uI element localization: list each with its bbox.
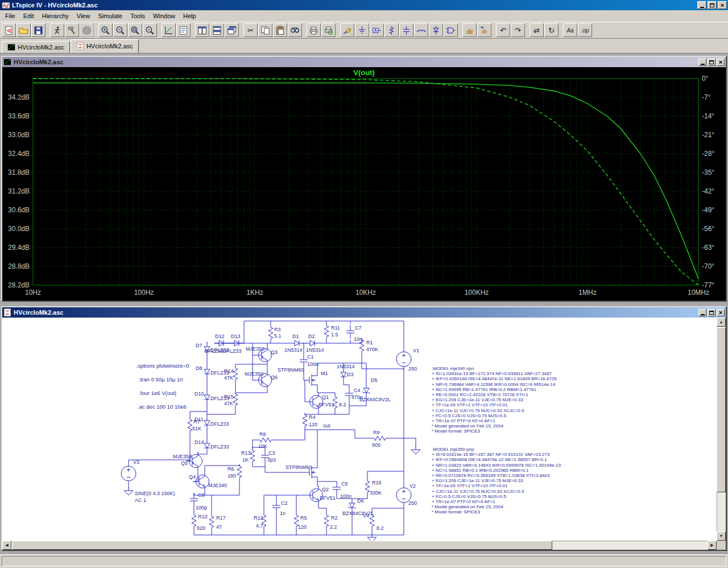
place-inductor-button[interactable]	[414, 23, 428, 37]
find-button[interactable]	[288, 23, 302, 37]
component-label[interactable]: D3	[347, 372, 354, 377]
place-capacitor-button[interactable]	[399, 23, 413, 37]
component-label[interactable]: 2.2	[330, 524, 337, 530]
component-label[interactable]: 180	[228, 473, 236, 479]
spice-directive-text[interactable]: ;tran 0 50µ 10µ 1n	[139, 376, 183, 382]
component-label[interactable]: 1N5314	[284, 347, 303, 353]
undo-button[interactable]: ↶	[496, 23, 510, 37]
zen-symbol[interactable]	[362, 384, 370, 397]
res-symbol[interactable]	[192, 513, 196, 529]
component-label[interactable]: R9	[373, 430, 380, 435]
component-label[interactable]: 4.7	[256, 523, 263, 529]
component-label[interactable]: STP8NM60	[278, 367, 304, 373]
menu-simulate[interactable]: Simulate	[94, 11, 126, 21]
move-button[interactable]	[462, 23, 477, 37]
control-panel-button[interactable]	[65, 23, 79, 37]
gnd-symbol[interactable]	[124, 487, 133, 495]
component-label[interactable]: R14	[224, 368, 234, 374]
component-label[interactable]: Q4	[189, 474, 196, 480]
model-text-line[interactable]: + FC=0.5 CJS=0 VJS=0.75 MJS=0.5	[432, 494, 507, 499]
res-symbol[interactable]	[371, 436, 387, 441]
component-label[interactable]: out	[323, 423, 330, 429]
res-symbol[interactable]	[324, 513, 329, 529]
component-label[interactable]: R10	[198, 514, 208, 520]
component-label[interactable]: R13	[241, 450, 251, 456]
waveform-minimize-button[interactable]	[698, 59, 706, 66]
nmos-symbol[interactable]	[305, 371, 317, 389]
component-label[interactable]: V3	[133, 459, 139, 465]
component-label[interactable]: DFLZ33	[210, 347, 229, 353]
component-label[interactable]: D5	[371, 377, 378, 383]
res-symbol[interactable]	[188, 418, 192, 434]
component-label[interactable]: C7	[355, 325, 362, 331]
model-text-line[interactable]: + TF=1e-09 XTF=1 VTF=10 ITF=0.01	[432, 483, 508, 488]
component-label[interactable]: MJE340	[208, 483, 227, 488]
component-label[interactable]: R4	[309, 414, 316, 420]
res-symbol[interactable]	[250, 448, 255, 464]
component-label[interactable]: D8	[196, 365, 202, 371]
model-text-line[interactable]: * Model generated on Feb 15, 2004	[432, 504, 503, 509]
component-label[interactable]: R3	[274, 327, 281, 332]
halt-button[interactable]	[80, 23, 94, 37]
component-label[interactable]: Q5	[181, 460, 188, 466]
minimize-button[interactable]	[697, 1, 706, 9]
model-text-line[interactable]: .MODEL mje350 pnp	[432, 447, 474, 452]
tab-2[interactable]: HVcircloMk2.asc	[71, 39, 139, 53]
component-label[interactable]: R1	[366, 340, 373, 345]
cap-symbol[interactable]	[272, 500, 280, 513]
model-text-line[interactable]: * Model format: SPICE3	[432, 509, 480, 515]
model-text-line[interactable]: + NC=1.99995 RB=1.47761 IRB=0.2 RBM=1.47…	[432, 387, 536, 392]
res-symbol[interactable]	[233, 367, 238, 382]
autorange-button[interactable]	[162, 23, 176, 37]
component-label[interactable]: V2	[410, 483, 416, 489]
component-label[interactable]: 1N5314	[306, 347, 324, 353]
component-label[interactable]: SINE(0 4.3 150K)	[135, 491, 175, 496]
menu-window[interactable]: Window	[149, 11, 179, 21]
scroll-right-button[interactable]: ▶	[708, 541, 717, 550]
component-label[interactable]: DFLZ33	[210, 421, 229, 427]
component-label[interactable]: MJE350	[245, 371, 263, 377]
component-label[interactable]: V4	[363, 513, 369, 518]
menu-file[interactable]: File	[1, 11, 19, 21]
component-label[interactable]: 820	[197, 525, 205, 531]
dio-symbol[interactable]	[204, 365, 210, 378]
draw-wire-button[interactable]	[340, 23, 354, 37]
place-text-button[interactable]: Aa	[563, 23, 577, 37]
dio-symbol[interactable]	[305, 340, 319, 346]
title-bar[interactable]: LTspice IV - HVcircloMk2.asc ×	[0, 0, 728, 10]
component-label[interactable]: BZX84C8V2L	[359, 397, 391, 402]
gnd-symbol[interactable]	[411, 446, 420, 454]
zoom-back-button[interactable]	[113, 23, 127, 37]
paste-button[interactable]	[273, 23, 287, 37]
component-label[interactable]: R6	[228, 466, 234, 472]
component-label[interactable]: R15	[224, 394, 234, 400]
tab-1[interactable]: HVcircloMk2.asc	[2, 41, 70, 53]
component-label[interactable]: 8.2	[339, 402, 346, 408]
component-label[interactable]: R17	[216, 515, 226, 521]
dio-symbol[interactable]	[204, 416, 210, 430]
component-label[interactable]: D1	[292, 334, 299, 339]
model-text-line[interactable]: + NR=0.796984 VAR=4.11596 IKR=0.0004 ISC…	[432, 382, 556, 387]
component-label[interactable]: Q2	[322, 487, 329, 492]
waveform-restore-button[interactable]	[708, 59, 715, 66]
npn-symbol[interactable]	[193, 472, 209, 491]
component-label[interactable]: D6	[357, 498, 364, 504]
restore-button[interactable]	[708, 1, 717, 9]
menu-tools[interactable]: Tools	[126, 11, 149, 21]
component-label[interactable]: 470K	[366, 347, 378, 352]
menu-hierarchy[interactable]: Hierarchy	[38, 11, 73, 21]
component-label[interactable]: 3p3	[267, 457, 276, 463]
waveform-close-button[interactable]: ×	[717, 59, 725, 66]
component-label[interactable]: R16	[372, 480, 382, 485]
model-text-line[interactable]: * Model generated on Feb 15, 2004	[432, 423, 503, 429]
scroll-down-button[interactable]: ▼	[717, 532, 726, 541]
cut-button[interactable]: ✂	[243, 23, 258, 37]
model-text-line[interactable]: + EG=1.206 CJE=1e-11 VJE=0.75 MJE=0.33	[432, 397, 523, 402]
component-label[interactable]: Q3	[271, 349, 278, 355]
res-symbol[interactable]	[303, 413, 307, 429]
component-label[interactable]: AC 1	[135, 497, 146, 503]
component-label[interactable]: D12	[215, 334, 225, 339]
schematic-window-title-bar[interactable]: HVcircloMk2.asc ×	[2, 307, 726, 318]
trace-label[interactable]: V(out)	[2, 68, 726, 77]
menu-edit[interactable]: Edit	[19, 11, 38, 21]
